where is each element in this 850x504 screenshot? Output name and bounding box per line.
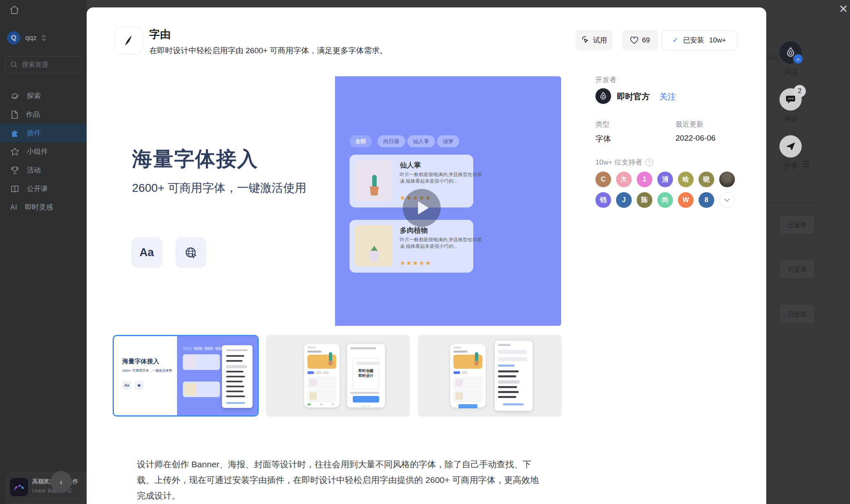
plugin-title: 字由 bbox=[149, 27, 171, 42]
thumb3-selection bbox=[458, 404, 477, 408]
jsdesign-logo-icon bbox=[598, 91, 608, 101]
ai-icon: AI bbox=[10, 204, 17, 211]
supporter-avatar: 铛 bbox=[595, 192, 611, 208]
thumbnail-3[interactable] bbox=[418, 335, 562, 417]
sidebar-item-ai: AI 即时灵感 bbox=[0, 198, 87, 217]
type-value: 字体 bbox=[595, 134, 611, 144]
comments-button[interactable]: 2 bbox=[779, 88, 802, 111]
sidebar-item-label: 即时灵感 bbox=[25, 203, 53, 212]
preview-left-pane: 海量字体接入 2600+ 可商用字体，一键激活使用 Aa bbox=[114, 76, 335, 326]
thumb1-font-panel bbox=[222, 345, 253, 408]
preview-subhead: 2600+ 可商用字体，一键激活使用 bbox=[132, 180, 306, 196]
globe-cursor-icon bbox=[184, 246, 198, 260]
thumb1-right bbox=[177, 336, 257, 415]
supporter-avatar: 清 bbox=[657, 172, 673, 187]
thumb2-dialog-text: 即时创建即时设计 bbox=[353, 368, 379, 378]
plus-badge-icon: + bbox=[793, 54, 803, 64]
supporter-avatar: 8 bbox=[699, 192, 714, 208]
preview-right-pane: 全部 向日葵 仙人掌 绿箩 仙人掌 叶片一般都是很饱满的,并且株型也很紧凑,植株… bbox=[335, 76, 561, 326]
developer-follow-link[interactable]: 关注 bbox=[659, 91, 676, 102]
book-icon bbox=[10, 184, 19, 193]
updated-value: 2022-06-06 bbox=[675, 134, 715, 143]
widget-icon bbox=[10, 147, 19, 156]
sidebar-item-widgets: 小组件 bbox=[0, 142, 87, 161]
supporters-label-row: 10w+ 位支持者 ? bbox=[595, 158, 653, 167]
file-icon bbox=[10, 110, 19, 119]
share-button[interactable] bbox=[779, 135, 802, 158]
user-name: qqz bbox=[25, 34, 36, 42]
brush-icon bbox=[121, 33, 135, 47]
installed-badge: 已安装 bbox=[780, 260, 815, 278]
supporter-avatar: 哈 bbox=[678, 172, 694, 187]
supporter-avatar: 1 bbox=[637, 172, 652, 187]
preview-headline: 海量字体接入 bbox=[132, 146, 258, 173]
supporters-label: 10w+ 位支持者 bbox=[595, 158, 642, 167]
installed-label: 已安装 bbox=[683, 35, 704, 45]
chevron-updown-icon bbox=[41, 34, 46, 42]
play-button[interactable] bbox=[403, 189, 441, 227]
thumb3-phone bbox=[450, 344, 486, 407]
sidebar-item-explore: 探索 bbox=[0, 87, 87, 105]
sidebar-item-label: 小组件 bbox=[27, 147, 48, 156]
sidebar-item-label: 作品 bbox=[26, 110, 40, 119]
avatar: Q bbox=[7, 31, 20, 45]
collapse-sidebar-button[interactable]: ‹ bbox=[50, 471, 72, 492]
like-count: 69 bbox=[642, 36, 650, 45]
thumb1-aa-chip: Aa bbox=[122, 381, 131, 390]
chat-bubble-icon bbox=[785, 94, 796, 105]
puzzle-icon bbox=[10, 129, 19, 138]
plugin-detail-modal: 字由 在即时设计中轻松启用字由 2600+ 可商用字体，满足更多字体需求。 试用… bbox=[87, 7, 766, 504]
heart-icon bbox=[630, 37, 638, 44]
installed-badge: 已安装 bbox=[780, 305, 815, 323]
supporters-more-button[interactable] bbox=[719, 192, 735, 208]
sidebar-item-events: 活动 bbox=[0, 161, 87, 179]
sidebar-item-label: 探索 bbox=[27, 91, 41, 101]
installed-button[interactable]: ✓ 已安装 10w+ bbox=[661, 30, 737, 50]
thumb2-phone bbox=[304, 344, 340, 407]
user-switcher: Q qqz bbox=[7, 31, 46, 45]
divider bbox=[766, 249, 818, 249]
try-label: 试用 bbox=[593, 35, 607, 45]
plant-card-desc: 叶片一般都是很饱满的,并且株型也很紧凑,植株看起来是很小巧的... bbox=[400, 236, 486, 250]
sidebar-item-plugins: 插件 bbox=[0, 124, 87, 142]
thumb2-blue-button bbox=[353, 396, 379, 403]
succulent-photo bbox=[355, 225, 393, 266]
supporter-avatar-photo bbox=[719, 172, 735, 187]
updated-label: 最近更新 bbox=[675, 120, 704, 129]
close-icon[interactable]: ✕ bbox=[836, 2, 850, 16]
thumbnail-2[interactable]: 即时创建即时设计 — · — bbox=[266, 335, 410, 417]
chevron-down-icon bbox=[724, 198, 730, 202]
developer-avatar bbox=[595, 88, 611, 104]
share-label: 分享 bbox=[778, 161, 803, 171]
supporter-avatar: 大 bbox=[616, 172, 632, 187]
search-placeholder: 搜索资源 bbox=[22, 61, 48, 69]
thumb1-left: 海量字体接入 2600+ 可商用字体，一键激活使用 Aa ◉ bbox=[114, 336, 177, 415]
sidebar-item-label: 活动 bbox=[27, 165, 41, 175]
like-button[interactable]: 69 bbox=[622, 30, 658, 50]
sidebar-promo-card: 高额奖励，征集作 Linear 风格设计征 bbox=[6, 473, 87, 504]
pill-sunflower: 向日葵 bbox=[378, 135, 405, 147]
pill-all: 全部 bbox=[349, 135, 372, 147]
thumb1-globe-chip: ◉ bbox=[135, 381, 144, 390]
supporter-avatar: C bbox=[595, 172, 611, 187]
sidebar-item-works: 作品 bbox=[0, 105, 87, 124]
supporter-avatar: 陈 bbox=[637, 192, 652, 208]
pill-pothos: 绿箩 bbox=[437, 135, 459, 147]
developer-follow-button[interactable]: + bbox=[779, 41, 802, 64]
check-icon: ✓ bbox=[672, 36, 678, 45]
globe-cursor-chip bbox=[175, 237, 206, 268]
paper-plane-icon bbox=[785, 141, 796, 152]
plugin-subtitle: 在即时设计中轻松启用字由 2600+ 可商用字体，满足更多字体需求。 bbox=[149, 45, 387, 56]
play-icon bbox=[418, 201, 429, 214]
try-button[interactable]: 试用 bbox=[576, 30, 613, 50]
bezier-pen-icon bbox=[10, 478, 28, 496]
supporter-avatar: W bbox=[678, 192, 694, 208]
thumbnail-1-selected[interactable]: 海量字体接入 2600+ 可商用字体，一键激活使用 Aa ◉ bbox=[113, 335, 259, 417]
rating-stars: ★★★★★ bbox=[400, 259, 432, 267]
cactus-photo bbox=[355, 160, 393, 201]
sidebar: Q qqz 搜索资源 探索 作品 插件 小 bbox=[0, 0, 87, 504]
developer-name: 即时官方 bbox=[617, 91, 650, 102]
follow-label: 关注 bbox=[778, 67, 803, 77]
plugin-description: 设计师在创作 Banner、海报、封面等设计时，往往会用到大量不同风格的字体，除… bbox=[137, 457, 543, 504]
sidebar-item-label: 公开课 bbox=[27, 184, 48, 193]
